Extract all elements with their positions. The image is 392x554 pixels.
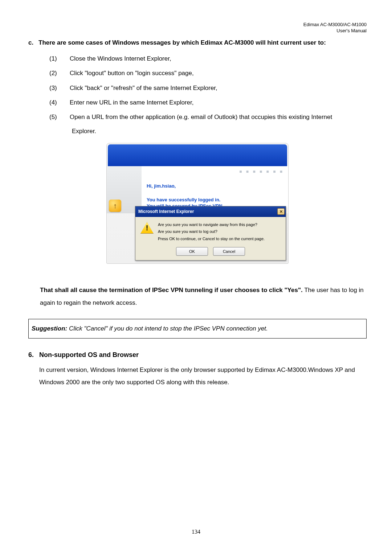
screenshot-titlebar	[108, 144, 287, 166]
list-item: (1) Close the Windows Internet Explorer,	[49, 53, 367, 65]
section-6-title: Non-supported OS and Browser	[39, 349, 139, 361]
greeting-text: Hi, jim.hsiao,	[147, 182, 284, 191]
list-num-1: (1)	[49, 53, 70, 65]
section-c-heading: c. There are some cases of Windows messa…	[28, 37, 367, 49]
page-number: 134	[0, 526, 392, 537]
section-6-body: In current version, Windows Internet Exp…	[39, 364, 367, 389]
list-item: (3) Click "back" or "refresh" of the sam…	[49, 82, 367, 94]
warning-icon: !	[140, 222, 154, 234]
dialog-line3: Press OK to continue, or Cancel to stay …	[158, 235, 265, 243]
decorative-dots: ■ ■ ■ ■ ■ ■ ■	[146, 168, 284, 176]
list-item: (2) Click "logout" button on "login succ…	[49, 67, 367, 79]
list-num-3: (3)	[49, 82, 70, 94]
list-num-4: (4)	[49, 97, 70, 108]
list-text-5: Open a URL from the other application (e…	[70, 111, 367, 123]
dialog-line2: Are you sure you want to log out?	[158, 228, 265, 235]
ie-dialog: Microsoft Internet Explorer ✕ ! Are you …	[135, 206, 286, 260]
suggestion-box: Suggestion: Click "Cancel" if you do not…	[28, 319, 367, 338]
list-item: (4) Enter new URL in the same Internet E…	[49, 97, 367, 108]
section-c-marker: c.	[28, 37, 38, 49]
post-bold: That shall all cause the termination of …	[40, 287, 303, 294]
suggestion-text: Click "Cancel" if you do not intend to s…	[67, 325, 268, 332]
list-text-5b: Explorer.	[70, 126, 367, 137]
dialog-title-text: Microsoft Internet Explorer	[138, 208, 194, 216]
logged-in-line1: You have successfully logged in.	[147, 197, 284, 203]
header-docname: User's Manual	[28, 28, 367, 34]
info-icon: ↑	[109, 200, 121, 212]
list-text-4: Enter new URL in the same Internet Explo…	[70, 97, 367, 108]
list-item: (5) Open a URL from the other applicatio…	[49, 111, 367, 123]
list-num-2: (2)	[49, 67, 70, 79]
list-num-5: (5)	[49, 111, 70, 123]
list-text-2: Click "logout" button on "login success"…	[70, 67, 367, 79]
section-6-marker: 6.	[28, 349, 39, 361]
dialog-message: Are you sure you want to navigate away f…	[158, 221, 265, 243]
doc-header: Edimax AC-M3000/AC-M1000 User's Manual	[28, 22, 367, 34]
suggestion-lead: Suggestion:	[32, 325, 67, 332]
list-item-cont: Explorer.	[49, 126, 367, 137]
post-paragraph: That shall all cause the termination of …	[40, 284, 367, 309]
section-c-title: There are some cases of Windows messages…	[38, 37, 326, 49]
section-6-heading: 6. Non-supported OS and Browser	[28, 349, 367, 361]
dialog-line1: Are you sure you want to navigate away f…	[158, 221, 265, 229]
numbered-list: (1) Close the Windows Internet Explorer,…	[28, 53, 367, 137]
close-icon[interactable]: ✕	[277, 208, 285, 215]
ok-button[interactable]: OK	[176, 247, 208, 256]
login-screenshot: ↑ ■ ■ ■ ■ ■ ■ ■ Hi, jim.hsiao, You have …	[106, 143, 289, 264]
list-text-1: Close the Windows Internet Explorer,	[70, 53, 367, 65]
cancel-button[interactable]: Cancel	[213, 247, 245, 256]
list-text-3: Click "back" or "refresh" of the same In…	[70, 82, 367, 94]
dialog-titlebar: Microsoft Internet Explorer ✕	[135, 206, 286, 217]
header-product: Edimax AC-M3000/AC-M1000	[28, 22, 367, 28]
